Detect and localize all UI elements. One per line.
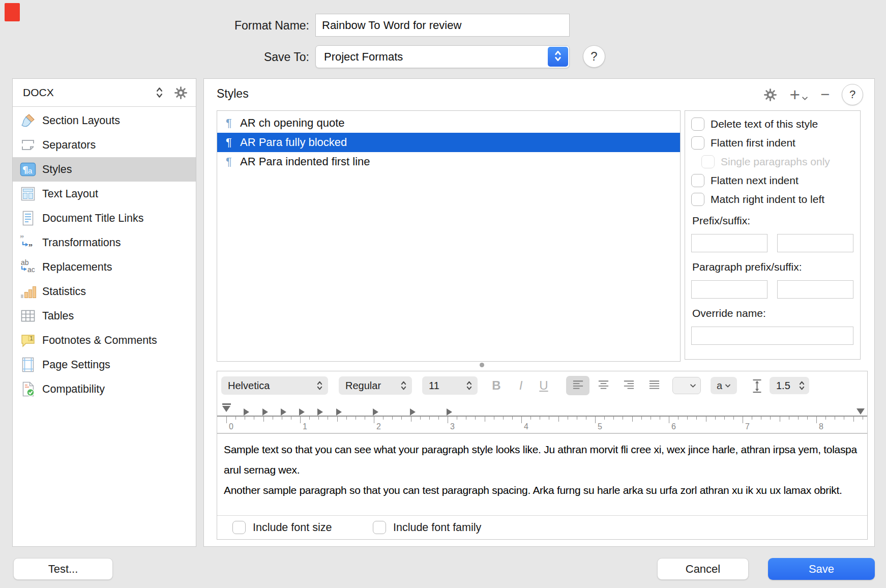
checkbox[interactable]	[691, 174, 704, 187]
right-indent-marker[interactable]	[857, 408, 865, 415]
suffix-input[interactable]	[777, 234, 853, 252]
override-name-input[interactable]	[691, 327, 853, 345]
style-row-ar-para-indented-first-line[interactable]: ¶AR Para indented first line	[217, 152, 680, 171]
font-family-select[interactable]: Helvetica	[221, 376, 328, 395]
ruler-tick	[457, 417, 457, 420]
sidebar-item-section-layouts[interactable]: Section Layouts	[13, 108, 196, 133]
chevron-up-down-icon[interactable]	[155, 86, 164, 99]
style-name: AR Para fully blocked	[240, 136, 347, 149]
sidebar-item-label: Statistics	[42, 285, 86, 298]
sidebar-item-compatibility[interactable]: Compatibility	[13, 377, 196, 401]
tab-stop-marker[interactable]	[317, 408, 323, 416]
left-indent-marker[interactable]	[222, 406, 230, 412]
sidebar-item-page-settings[interactable]: Page Settings	[13, 352, 196, 377]
compatibility-icon	[19, 380, 37, 398]
tab-stop-marker[interactable]	[373, 408, 378, 416]
chevron-down-icon	[690, 384, 696, 388]
test-button[interactable]: Test...	[13, 558, 113, 580]
sidebar-item-transformations[interactable]: ””Transformations	[13, 230, 196, 255]
tab-stop-marker[interactable]	[447, 408, 452, 416]
checkbox[interactable]	[691, 136, 704, 150]
sidebar-item-styles[interactable]: ¶aStyles	[13, 157, 196, 182]
tab-stop-marker[interactable]	[281, 408, 286, 416]
ruler-tick	[558, 417, 559, 422]
ruler-tick	[429, 417, 430, 420]
sidebar-item-footnotes-comments[interactable]: 1Footnotes & Comments	[13, 328, 196, 352]
font-size-select[interactable]: 11	[422, 376, 478, 395]
save-to-select[interactable]: Project Formats	[315, 45, 570, 68]
ruler[interactable]: 012345678	[217, 400, 867, 434]
align-left-button[interactable]	[566, 376, 589, 395]
align-right-button[interactable]	[617, 376, 640, 395]
tab-stop-marker[interactable]	[262, 408, 268, 416]
font-variant-value: Regular	[345, 380, 381, 392]
save-button[interactable]: Save	[768, 558, 875, 580]
ruler-tick	[328, 417, 328, 420]
format-name-input[interactable]	[315, 14, 570, 37]
line-spacing-stepper[interactable]: 1.5	[770, 377, 809, 394]
first-line-indent-marker[interactable]	[222, 403, 231, 405]
checkbox-row-delete-text-of-this-style[interactable]: Delete text of this style	[691, 117, 854, 131]
styles-toolbar: + − ?	[763, 84, 863, 105]
list-style-select[interactable]	[672, 377, 701, 394]
help-button[interactable]: ?	[583, 45, 605, 68]
align-center-button[interactable]	[592, 376, 615, 395]
statistics-icon	[19, 283, 37, 300]
cancel-button[interactable]: Cancel	[657, 558, 749, 580]
paragraph-suffix-input[interactable]	[777, 280, 853, 299]
ruler-tick	[632, 417, 633, 422]
sidebar-item-statistics[interactable]: Statistics	[13, 279, 196, 304]
ruler-tick	[816, 417, 817, 423]
checkbox-row-flatten-first-indent[interactable]: Flatten first indent	[691, 136, 854, 150]
font-variant-select[interactable]: Regular	[339, 376, 412, 395]
ruler-tick	[438, 417, 439, 420]
pane-title: Styles	[217, 87, 249, 101]
ruler-tick	[789, 417, 789, 420]
include-font-family-checkbox[interactable]	[373, 521, 386, 534]
ruler-tick	[245, 417, 245, 420]
ruler-tick	[752, 417, 752, 420]
ruler-tick	[503, 417, 504, 420]
sidebar-item-text-layout[interactable]: Text Layout	[13, 182, 196, 206]
include-font-size-checkbox[interactable]	[232, 521, 246, 534]
checkbox[interactable]	[701, 155, 715, 168]
checkbox[interactable]	[691, 117, 704, 131]
sidebar-item-tables[interactable]: Tables	[13, 304, 196, 328]
help-button[interactable]: ?	[842, 84, 863, 105]
style-row-ar-para-fully-blocked[interactable]: ¶AR Para fully blocked	[217, 133, 680, 152]
checkbox-row-match-right-indent-to-left[interactable]: Match right indent to left	[691, 193, 854, 206]
gear-icon[interactable]	[174, 86, 188, 100]
underline-button[interactable]: U	[537, 376, 551, 395]
style-format-editor: Helvetica Regular 11 B I U a	[217, 371, 868, 540]
gear-icon[interactable]	[763, 88, 777, 102]
checkbox-row-single-paragraphs-only[interactable]: Single paragraphs only	[701, 155, 854, 168]
prefix-input[interactable]	[691, 234, 767, 252]
checkbox[interactable]	[691, 193, 704, 206]
style-row-ar-ch-opening-quote[interactable]: ¶AR ch opening quote	[217, 113, 680, 133]
tab-stop-marker[interactable]	[410, 408, 416, 416]
bold-button[interactable]: B	[489, 376, 504, 395]
ruler-tick	[521, 417, 522, 423]
ruler-tick	[235, 417, 236, 420]
sidebar-item-separators[interactable]: Separators	[13, 133, 196, 157]
checkbox-row-flatten-next-indent[interactable]: Flatten next indent	[691, 174, 854, 187]
ruler-tick	[687, 417, 688, 420]
ruler-tick	[770, 417, 771, 420]
ruler-tick	[309, 417, 310, 420]
ruler-tick	[844, 417, 844, 420]
sidebar-item-document-title-links[interactable]: Document Title Links	[13, 206, 196, 230]
pane-splitter-handle[interactable]	[480, 363, 484, 367]
sidebar-item-replacements[interactable]: abacReplacements	[13, 255, 196, 279]
tab-stop-marker[interactable]	[299, 408, 305, 416]
tab-stop-marker[interactable]	[244, 408, 249, 416]
add-style-button[interactable]: +	[789, 86, 808, 103]
tab-stop-marker[interactable]	[336, 408, 342, 416]
sidebar-item-label: Document Title Links	[42, 212, 144, 225]
ruler-baseline	[217, 416, 867, 417]
remove-style-button[interactable]: −	[820, 87, 830, 102]
character-style-select[interactable]: a	[711, 377, 737, 394]
paragraph-prefix-input[interactable]	[691, 280, 767, 299]
align-justify-button[interactable]	[642, 376, 666, 395]
sidebar-item-label: Compatibility	[42, 383, 105, 396]
italic-button[interactable]: I	[514, 376, 528, 395]
